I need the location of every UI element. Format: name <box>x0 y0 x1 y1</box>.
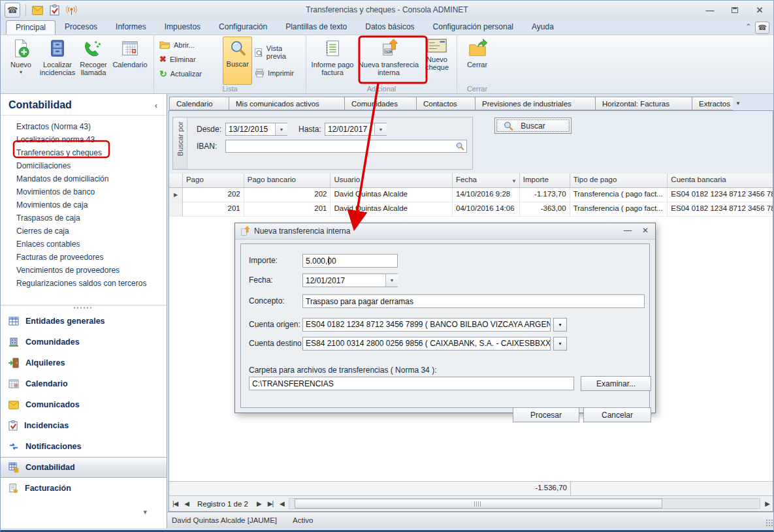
sidebar-item-localizacion[interactable]: Localización norma 43 <box>1 134 167 147</box>
col-importe[interactable]: Importe <box>520 174 570 188</box>
hasta-dropdown-icon[interactable]: ▾ <box>374 123 387 135</box>
sidebar-collapse-icon[interactable]: ‹ <box>155 101 157 110</box>
nav-last-icon[interactable]: ▶| <box>265 500 276 507</box>
concepto-input[interactable] <box>302 294 645 308</box>
dialog-close-icon[interactable]: ✕ <box>642 226 649 235</box>
nav-entidades-generales[interactable]: Entidades generales <box>1 311 167 332</box>
nav-next-icon[interactable]: ▶ <box>253 500 265 507</box>
sidebar-item-enlaces[interactable]: Enlaces contables <box>1 238 167 251</box>
doc-tab-comunidades[interactable]: Comunidades <box>345 97 417 110</box>
hscroll-right-icon[interactable]: ▶ <box>762 500 773 507</box>
nav-calendario[interactable]: Calendario <box>1 373 167 394</box>
ribbon-tab-configuracion[interactable]: Configuración <box>210 20 276 35</box>
fecha-dropdown-icon[interactable]: ▾ <box>385 274 398 287</box>
ribbon-tab-impuestos[interactable]: Impuestos <box>155 20 210 35</box>
nav-first-icon[interactable]: |◀ <box>169 500 181 507</box>
localizar-incidencias-button[interactable]: Localizar incidencias <box>39 37 76 82</box>
doc-tab-mis-comunicados[interactable]: Mis comunicados activos <box>229 97 345 110</box>
desde-dropdown-icon[interactable]: ▾ <box>275 123 287 135</box>
cuenta-destino-combo[interactable]: ES84 2100 0314 2800 0256 9856 ( CAIXABAN… <box>302 337 551 351</box>
sidebar-item-cierres[interactable]: Cierres de caja <box>1 225 167 238</box>
sidebar-item-mov-banco[interactable]: Movimientos de banco <box>1 186 167 199</box>
examinar-button[interactable]: Examinar... <box>581 376 651 391</box>
col-usuario[interactable]: Usuario <box>331 174 453 188</box>
carpeta-input[interactable] <box>249 377 574 390</box>
col-cuenta-bancaria[interactable]: Cuenta bancaria <box>668 174 773 188</box>
sidebar-item-mov-caja[interactable]: Movimientos de caja <box>1 199 167 212</box>
cuenta-destino-dropdown-icon[interactable]: ▾ <box>553 337 567 351</box>
imprimir-button[interactable]: Imprimir <box>252 67 303 79</box>
sidebar-item-venc-proveedores[interactable]: Vencimientos de proveedores <box>1 264 167 277</box>
minimize-button[interactable]: — <box>701 4 718 16</box>
cuenta-origen-combo[interactable]: ES04 0182 1234 8712 3456 7899 ( BANCO BI… <box>302 318 551 332</box>
resize-grip[interactable] <box>766 519 773 527</box>
nav-contabilidad[interactable]: Contabilidad <box>1 457 167 478</box>
nav-facturacion[interactable]: Facturación <box>1 478 167 499</box>
sidebar-item-domiciliaciones[interactable]: Domiciliaciones <box>1 160 167 173</box>
grid-row-1[interactable]: ▶ 202 202 David Quintas Alcalde 14/10/20… <box>169 188 773 202</box>
sidebar-item-traspasos[interactable]: Traspasos de caja <box>1 212 167 225</box>
close-button[interactable]: ✕ <box>751 4 768 16</box>
cancelar-button[interactable]: Cancelar <box>583 407 651 422</box>
horizontal-scrollbar[interactable] <box>289 498 761 509</box>
nav-notificaciones[interactable]: Notificaciones <box>1 436 167 457</box>
nav-comunidades[interactable]: Comunidades <box>1 332 167 352</box>
ribbon-tab-informes[interactable]: Informes <box>106 20 155 35</box>
cuenta-origen-dropdown-icon[interactable]: ▾ <box>553 318 567 332</box>
sidebar-item-transferencias[interactable]: Tranferencias y cheques <box>1 147 167 160</box>
restore-button[interactable] <box>726 4 743 16</box>
hscroll-left-icon[interactable]: ◀ <box>276 500 287 507</box>
ribbon-tab-principal[interactable]: Principal <box>6 20 56 35</box>
ribbon-tab-datos-basicos[interactable]: Datos básicos <box>356 20 423 35</box>
nuevo-button[interactable]: Nuevo▾ <box>3 37 39 82</box>
nueva-transferencia-interna-button[interactable]: N34 Nueva transferecia interna <box>356 37 421 82</box>
vista-previa-button[interactable]: Vista previa <box>252 43 303 61</box>
buscar-ribbon-button[interactable]: Buscar <box>223 37 252 85</box>
cerrar-button[interactable]: Cerrar <box>460 37 494 82</box>
informe-pago-factura-button[interactable]: Informe pago factura <box>309 37 356 82</box>
sidebar-item-regularizaciones[interactable]: Regularizaciones saldos con terceros <box>1 277 167 290</box>
fecha-input[interactable] <box>302 274 398 287</box>
grid-row-2[interactable]: 201 201 David Quintas Alcalde 04/10/2016… <box>169 202 773 217</box>
sidebar-splitter[interactable] <box>1 305 167 311</box>
col-pago[interactable]: Pago <box>183 174 244 188</box>
tab-list-dropdown-icon[interactable]: ▼ <box>735 101 741 106</box>
doc-tab-previsiones[interactable]: Previsiones de industriales <box>476 97 596 110</box>
sidebar-item-extractos[interactable]: Extractos (Norma 43) <box>1 121 167 134</box>
col-pago-bancario[interactable]: Pago bancario <box>244 174 331 188</box>
col-tipo-pago[interactable]: Tipo de pago <box>570 174 668 188</box>
buscar-button[interactable]: Buscar <box>494 117 572 134</box>
ribbon-tab-plantillas[interactable]: Plantillas de texto <box>276 20 356 35</box>
dialog-minimize-icon[interactable]: — <box>624 226 632 235</box>
actualizar-button[interactable]: ↻ Actualizar <box>157 67 223 80</box>
ribbon-tab-configuracion-personal[interactable]: Configuración personal <box>424 20 523 35</box>
sidebar-more-icon[interactable]: ▾ <box>143 508 147 516</box>
doc-tab-contactos[interactable]: Contactos <box>417 97 476 110</box>
calendario-button[interactable]: Calendario <box>110 37 150 82</box>
sidebar-item-fact-proveedores[interactable]: Facturas de proveedores <box>1 251 167 264</box>
nav-prev-icon[interactable]: ◀ <box>181 500 192 507</box>
ribbon-collapse-icon[interactable]: ˆ <box>747 23 750 33</box>
iban-search-icon[interactable] <box>455 142 464 151</box>
nav-alquileres[interactable]: Alquileres <box>1 352 167 373</box>
doc-tab-horizontal-facturas[interactable]: Horizontal: Facturas <box>596 97 692 110</box>
title-bar: ☎ Transferencias y cheques - Consola ADM… <box>1 1 773 20</box>
col-fecha[interactable]: Fecha▼ <box>453 174 520 188</box>
abrir-button[interactable]: Abrir... <box>157 39 223 51</box>
doc-tab-calendario[interactable]: Calendario <box>169 97 229 110</box>
scrollbar-thumb[interactable] <box>295 499 662 509</box>
ribbon-tab-procesos[interactable]: Procesos <box>56 20 106 35</box>
nuevo-cheque-button[interactable]: Nuevo cheque <box>421 37 453 82</box>
importe-input[interactable] <box>302 254 398 268</box>
procesar-button[interactable]: Procesar <box>513 407 579 422</box>
dialog-title-bar[interactable]: Nueva transferencia interna — ✕ <box>235 223 655 240</box>
recoger-llamada-button[interactable]: Recoger llamada <box>76 37 110 82</box>
ribbon-tab-ayuda[interactable]: Ayuda <box>523 20 563 35</box>
eliminar-button[interactable]: ✖ Eliminar <box>157 53 223 65</box>
sidebar-item-mandatos[interactable]: Mandatos de domiciliación <box>1 173 167 186</box>
doc-tab-extractos[interactable]: Extractos <box>692 97 733 110</box>
nav-comunicados[interactable]: Comunicados <box>1 394 167 415</box>
help-app-button[interactable]: ☎ <box>755 22 769 34</box>
iban-input[interactable] <box>225 140 467 153</box>
nav-incidencias[interactable]: Incidencias <box>1 415 167 436</box>
